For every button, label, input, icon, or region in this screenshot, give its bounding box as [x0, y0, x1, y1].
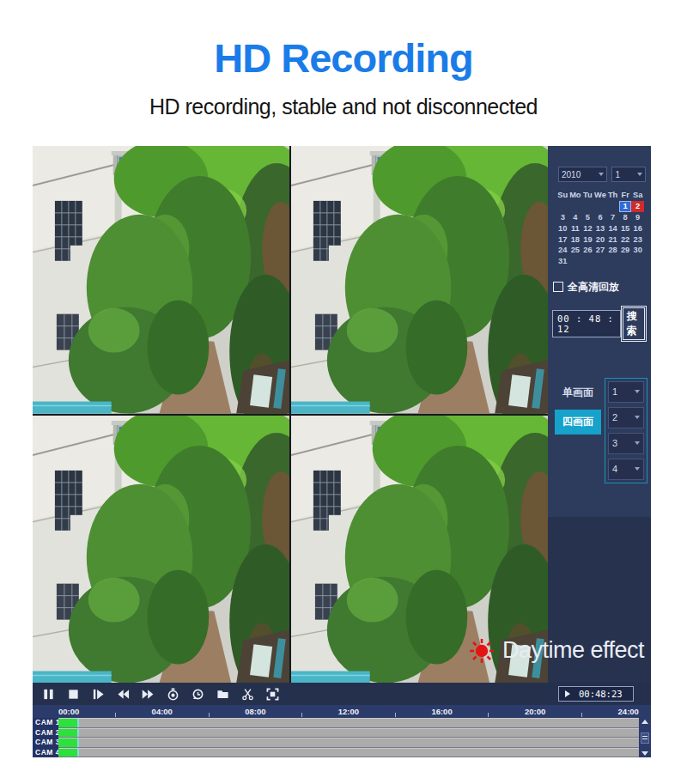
channel-value: 2 — [612, 412, 617, 422]
calendar-day[interactable]: 31 — [556, 256, 569, 267]
calendar-day[interactable]: 25 — [569, 245, 582, 256]
cut-button[interactable] — [240, 687, 254, 701]
recorded-segment — [58, 738, 77, 747]
calendar-day[interactable]: 22 — [619, 234, 632, 245]
rewind-button[interactable] — [116, 687, 130, 701]
timeline-cam-label: CAM 2 — [33, 728, 58, 738]
calendar-day[interactable]: 26 — [581, 245, 594, 256]
calendar-day[interactable]: 20 — [594, 234, 607, 245]
folder-icon — [216, 688, 229, 701]
calendar-day[interactable]: 11 — [569, 222, 582, 234]
channel-select-1[interactable]: 1 — [608, 381, 644, 403]
calendar-day[interactable]: 30 — [631, 245, 644, 256]
channel-select-4[interactable]: 4 — [608, 459, 644, 480]
layout-mode-quad[interactable]: 四画面 — [555, 410, 601, 435]
calendar-day[interactable]: 15 — [619, 222, 632, 234]
pause-button[interactable] — [41, 687, 55, 701]
calendar-day[interactable]: 24 — [556, 245, 569, 256]
scrollbar-thumb[interactable] — [641, 732, 649, 744]
timeline-track[interactable] — [58, 738, 639, 748]
calendar-day-header: Th — [606, 190, 619, 201]
playhead-marker[interactable] — [77, 719, 79, 727]
calendar-day[interactable]: 8 — [619, 212, 632, 223]
camera-2-video — [291, 146, 548, 414]
camera-view-2[interactable] — [291, 146, 548, 414]
replay-button[interactable] — [191, 687, 204, 701]
scroll-down-icon[interactable] — [641, 751, 648, 756]
timeline-tick — [395, 713, 396, 717]
month-select[interactable]: 1 — [611, 167, 646, 182]
search-button[interactable]: 搜索 — [621, 306, 647, 342]
calendar-day[interactable]: 4 — [569, 212, 582, 223]
timeline-hour-label: 00:00 — [58, 707, 79, 716]
time-input[interactable]: 00 : 48 : 12 — [552, 310, 621, 337]
layout-mode-single[interactable]: 单画面 — [555, 380, 601, 405]
year-select[interactable]: 2010 — [558, 167, 607, 182]
year-value: 2010 — [562, 170, 581, 179]
timeline-tick — [209, 713, 210, 717]
camera-3-video — [33, 416, 289, 684]
timeline-row-cam-2: CAM 2 — [33, 728, 639, 738]
calendar-day[interactable]: 23 — [631, 234, 644, 245]
calendar-day[interactable]: 27 — [594, 245, 607, 256]
channel-value: 1 — [612, 386, 617, 397]
calendar-day[interactable]: 10 — [556, 222, 569, 234]
stop-button[interactable] — [66, 687, 80, 701]
playhead-marker[interactable] — [77, 738, 79, 747]
playback-controls — [41, 687, 279, 701]
calendar-day[interactable]: 12 — [581, 222, 594, 234]
calendar-day[interactable]: 29 — [619, 245, 632, 256]
playhead-marker[interactable] — [77, 729, 79, 738]
calendar-day — [594, 201, 607, 212]
calendar-day[interactable]: 18 — [569, 234, 582, 245]
checkbox-icon[interactable] — [553, 282, 563, 292]
search-button-label: 搜索 — [623, 307, 645, 340]
calendar-day[interactable]: 13 — [594, 222, 607, 234]
timeline-tick — [581, 713, 582, 717]
calendar-day[interactable]: 16 — [631, 222, 644, 234]
calendar-day[interactable]: 7 — [606, 212, 619, 223]
month-value: 1 — [615, 170, 620, 179]
calendar-day[interactable]: 6 — [594, 212, 607, 223]
calendar-day[interactable]: 9 — [631, 212, 644, 223]
calendar-day — [631, 256, 644, 267]
timeline-track[interactable] — [58, 718, 639, 728]
play-button[interactable] — [91, 687, 105, 701]
calendar-day[interactable]: 21 — [606, 234, 619, 245]
channel-select-2[interactable]: 2 — [608, 407, 644, 428]
calendar-day — [569, 256, 582, 267]
chevron-down-icon — [635, 390, 640, 393]
calendar-day[interactable]: 17 — [556, 234, 569, 245]
daytime-effect-annotation: Daytime effect — [469, 637, 644, 664]
calendar-day-header: Fr — [619, 190, 632, 201]
calendar-day[interactable]: 5 — [581, 212, 594, 223]
calendar-day[interactable]: 14 — [606, 222, 619, 234]
screen-layout-controls: 单画面四画面 1234 — [555, 378, 647, 483]
fast-forward-button[interactable] — [141, 687, 155, 701]
calendar-day[interactable]: 3 — [556, 212, 569, 223]
calendar-day[interactable]: 19 — [581, 234, 594, 245]
fullhd-playback-checkbox-row[interactable]: 全高清回放 — [553, 280, 651, 295]
folder-button[interactable] — [216, 687, 229, 701]
chevron-down-icon — [635, 467, 640, 471]
channel-value: 3 — [612, 438, 617, 448]
timeline-tick — [488, 713, 489, 717]
timeline-tick — [115, 713, 116, 717]
calendar-day[interactable]: 1 — [619, 201, 632, 212]
layout-mode-tabs: 单画面四画面 — [555, 378, 601, 483]
play-indicator-icon — [565, 690, 570, 697]
camera-view-3[interactable] — [33, 416, 289, 684]
playhead-marker[interactable] — [77, 749, 79, 757]
timeline-track[interactable] — [58, 748, 639, 758]
calendar-day[interactable]: 2 — [631, 201, 644, 212]
scroll-up-icon[interactable] — [641, 720, 648, 724]
camera-view-1[interactable] — [33, 146, 289, 414]
calendar-day[interactable]: 28 — [606, 245, 619, 256]
timeline-scrollbar[interactable] — [639, 718, 651, 757]
fullhd-playback-label: 全高清回放 — [568, 280, 619, 295]
stopwatch-button[interactable] — [166, 687, 179, 701]
channel-select-3[interactable]: 3 — [608, 433, 644, 454]
fullscreen-button[interactable] — [265, 687, 279, 701]
calendar-day — [594, 256, 607, 267]
timeline-track[interactable] — [58, 728, 639, 738]
